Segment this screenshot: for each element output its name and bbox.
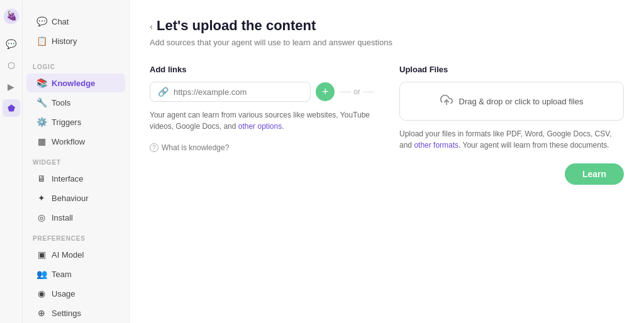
add-links-description: Your agent can learn from various source… — [150, 109, 374, 132]
sidebar-item-usage[interactable]: ◉ Usage — [26, 284, 125, 303]
sidebar-item-tools[interactable]: 🔧 Tools — [26, 93, 125, 112]
learn-button[interactable]: Learn — [565, 163, 624, 185]
svg-text:🍇: 🍇 — [6, 11, 17, 21]
upload-files-title: Upload Files — [399, 65, 624, 74]
icon-bar-knowledge[interactable]: ⬟ — [3, 99, 20, 117]
link-icon: 🔗 — [158, 87, 169, 97]
question-icon: ? — [150, 143, 158, 152]
sidebar-item-behaviour[interactable]: ✦ Behaviour — [26, 189, 125, 207]
sidebar-item-knowledge[interactable]: 📚 Knowledge — [26, 74, 125, 92]
upload-icon — [440, 94, 453, 109]
page-subtitle: Add sources that your agent will use to … — [150, 38, 624, 47]
sidebar-item-team[interactable]: 👥 Team — [26, 265, 125, 283]
link-input-row: 🔗 + or — [150, 82, 374, 102]
team-icon: 👥 — [36, 269, 47, 279]
content-grid: Add links 🔗 + or Your agent can learn fr… — [150, 65, 624, 185]
back-arrow[interactable]: ‹ — [150, 21, 153, 31]
sidebar-item-ai-model[interactable]: ▣ AI Model — [26, 245, 125, 264]
sidebar-item-interface[interactable]: 🖥 Interface — [26, 169, 125, 188]
upload-files-section: Upload Files Drag & drop or click to upl… — [399, 65, 624, 185]
add-links-section: Add links 🔗 + or Your agent can learn fr… — [150, 65, 374, 152]
link-input[interactable] — [174, 87, 303, 97]
add-links-title: Add links — [150, 65, 374, 74]
usage-icon: ◉ — [36, 288, 47, 298]
app-logo: 🍇 — [3, 8, 20, 25]
sidebar-item-chat[interactable]: 💬 Chat — [26, 12, 125, 31]
icon-bar-play[interactable]: ▶ — [3, 78, 20, 96]
main-content: ‹ Let's upload the content Add sources t… — [130, 0, 644, 323]
plus-icon: + — [322, 85, 329, 99]
what-is-knowledge[interactable]: ? What is knowledge? — [150, 143, 374, 152]
add-link-button[interactable]: + — [316, 82, 335, 101]
ai-model-icon: ▣ — [36, 249, 47, 260]
back-header: ‹ Let's upload the content — [150, 18, 624, 34]
widget-section-label: WIDGET — [23, 151, 129, 168]
page-title: Let's upload the content — [157, 18, 316, 34]
sidebar-item-history[interactable]: 📋 History — [26, 31, 125, 50]
history-icon: 📋 — [36, 36, 47, 46]
sidebar-item-triggers[interactable]: ⚙️ Triggers — [26, 112, 125, 131]
other-options-link[interactable]: other options. — [238, 122, 284, 131]
or-divider: or — [340, 87, 374, 96]
interface-icon: 🖥 — [36, 173, 47, 183]
sidebar: 💬 Chat 📋 History LOGIC 📚 Knowledge 🔧 Too… — [23, 0, 130, 323]
learn-btn-row: Learn — [399, 163, 624, 185]
chat-icon: 💬 — [36, 16, 47, 26]
preferences-section-label: PREFERENCES — [23, 227, 129, 244]
knowledge-icon: 📚 — [36, 78, 47, 88]
icon-bar-chat[interactable]: 💬 — [3, 35, 20, 53]
install-icon: ◎ — [36, 212, 47, 222]
tools-icon: 🔧 — [36, 97, 47, 107]
upload-drop-zone[interactable]: Drag & drop or click to upload files — [399, 82, 624, 121]
link-input-wrapper[interactable]: 🔗 — [150, 82, 311, 102]
logic-section-label: LOGIC — [23, 56, 129, 73]
behaviour-icon: ✦ — [36, 193, 47, 203]
sidebar-item-install[interactable]: ◎ Install — [26, 208, 125, 227]
other-formats-link[interactable]: other formats. — [414, 141, 460, 150]
sidebar-item-workflow[interactable]: ▦ Workflow — [26, 132, 125, 151]
settings-icon: ⊕ — [36, 308, 47, 318]
sidebar-item-settings[interactable]: ⊕ Settings — [26, 304, 125, 322]
icon-bar: 🍇 💬 ⬡ ▶ ⬟ — [0, 0, 23, 323]
icon-bar-hex[interactable]: ⬡ — [3, 57, 20, 74]
workflow-icon: ▦ — [36, 136, 47, 146]
upload-description: Upload your files in formats like PDF, W… — [399, 128, 624, 151]
triggers-icon: ⚙️ — [36, 117, 47, 127]
